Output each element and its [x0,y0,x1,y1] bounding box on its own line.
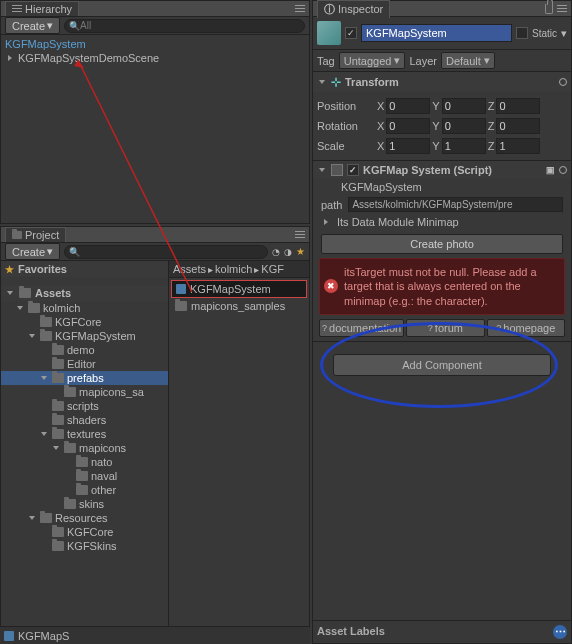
foldout-icon[interactable] [317,77,327,87]
folder-item[interactable]: scripts [1,399,168,413]
enabled-checkbox[interactable] [347,164,359,176]
project-tab[interactable]: Project [5,227,66,242]
hierarchy-tab[interactable]: Hierarchy [5,1,79,16]
layer-dropdown[interactable]: Default ▾ [441,52,495,69]
tag-layer-row: Tag Untagged ▾ Layer Default ▾ [313,50,571,72]
breadcrumb-item[interactable]: KGF [261,263,284,275]
static-checkbox[interactable] [516,27,528,39]
labels-menu-icon[interactable]: ⋯ [553,625,567,639]
panel-menu-icon[interactable] [295,231,305,239]
folder-icon [52,359,64,369]
object-name-input[interactable] [361,24,512,42]
breadcrumb-item[interactable]: Assets [173,263,206,275]
create-button[interactable]: Create ▾ [5,243,60,260]
folder-item[interactable]: KGFMapSystem [1,329,168,343]
folder-item[interactable]: Resources [1,511,168,525]
folder-item[interactable]: naval [1,469,168,483]
component-header[interactable]: ⊹ Transform [313,72,571,92]
position-x[interactable] [386,98,430,114]
folder-item[interactable]: nato [1,455,168,469]
hierarchy-tree: KGFMapSystem KGFMapSystemDemoScene [1,35,309,67]
hierarchy-item[interactable]: KGFMapSystemDemoScene [1,51,309,65]
scale-z[interactable] [496,138,540,154]
foldout-icon[interactable] [51,443,61,453]
asset-item[interactable]: KGFMapSystem [171,280,307,298]
prefab-icon [4,631,14,641]
module-row[interactable]: Its Data Module Minimap [313,214,571,230]
component-header[interactable]: KGFMap System (Script) ▣ [313,161,571,179]
hierarchy-panel: Hierarchy Create ▾ 🔍 KGFMapSystem KGFMap… [0,0,310,224]
foldout-icon[interactable] [5,288,15,298]
button-label: documentation [329,322,401,334]
asset-label: mapicons_samples [191,300,285,312]
button-label: forum [435,322,463,334]
folder-item[interactable]: demo [1,343,168,357]
foldout-icon[interactable] [317,165,327,175]
hierarchy-search[interactable]: 🔍 [64,19,305,33]
hierarchy-item[interactable]: KGFMapSystem [1,37,309,51]
tag-dropdown[interactable]: Untagged ▾ [339,52,406,69]
folder-item[interactable]: other [1,483,168,497]
folder-item[interactable]: mapicons_sa [1,385,168,399]
folder-icon [28,303,40,313]
foldout-icon[interactable] [39,373,49,383]
search-input[interactable] [80,246,263,257]
folder-item[interactable]: KGFCore [1,315,168,329]
folder-item[interactable]: prefabs [1,371,168,385]
position-z[interactable] [496,98,540,114]
folder-item[interactable]: textures [1,427,168,441]
gear-icon[interactable] [559,78,567,86]
position-y[interactable] [442,98,486,114]
filter-icon[interactable]: ◔ [272,247,280,257]
lock-icon[interactable] [545,4,553,14]
project-search[interactable]: 🔍 [64,245,268,259]
scale-y[interactable] [442,138,486,154]
search-input[interactable] [80,20,300,31]
forum-button[interactable]: ?forum [406,319,484,337]
help-icon[interactable]: ▣ [546,165,555,175]
folder-label: shaders [67,414,106,426]
foldout-icon[interactable] [321,217,331,227]
scale-x[interactable] [386,138,430,154]
rotation-x[interactable] [386,118,430,134]
breadcrumb-item[interactable]: kolmich [215,263,252,275]
foldout-icon[interactable] [39,429,49,439]
folder-item[interactable]: skins [1,497,168,511]
asset-item[interactable]: mapicons_samples [171,298,307,314]
documentation-button[interactable]: ?documentation [319,319,404,337]
create-button[interactable]: Create ▾ [5,17,60,34]
foldout-icon[interactable] [15,303,25,313]
static-label: Static [532,28,557,39]
breadcrumb[interactable]: Assets ▸ kolmich ▸ KGF [169,261,309,278]
add-component-button[interactable]: Add Component [333,354,551,376]
panel-menu-icon[interactable] [295,5,305,13]
inspector-tab[interactable]: ⓘ Inspector [317,0,390,18]
foldout-icon[interactable] [27,513,37,523]
filter-icon[interactable]: ◑ [284,247,292,257]
folder-item[interactable]: shaders [1,413,168,427]
create-label: Create [12,20,45,32]
folder-item[interactable]: mapicons [1,441,168,455]
panel-menu-icon[interactable] [557,5,567,13]
assets-root[interactable]: Assets [1,285,168,301]
chevron-down-icon[interactable]: ▾ [561,27,567,40]
folder-item[interactable]: Editor [1,357,168,371]
hierarchy-item-label: KGFMapSystemDemoScene [18,52,159,64]
homepage-button[interactable]: ?homepage [487,319,565,337]
favorites-header[interactable]: ★ Favorites [1,261,168,277]
foldout-icon[interactable] [5,53,15,63]
active-checkbox[interactable] [345,27,357,39]
folder-icon [76,457,88,467]
hierarchy-toolbar: Create ▾ 🔍 [1,17,309,35]
rotation-y[interactable] [442,118,486,134]
folder-item[interactable]: kolmich [1,301,168,315]
star-icon[interactable]: ★ [296,246,305,257]
gear-icon[interactable] [559,166,567,174]
rotation-z[interactable] [496,118,540,134]
create-photo-button[interactable]: Create photo [321,234,563,254]
folder-item[interactable]: KGFCore [1,525,168,539]
path-input[interactable] [348,197,563,212]
folder-item[interactable]: KGFSkins [1,539,168,553]
prop-label: Rotation [317,120,373,132]
foldout-icon[interactable] [27,331,37,341]
